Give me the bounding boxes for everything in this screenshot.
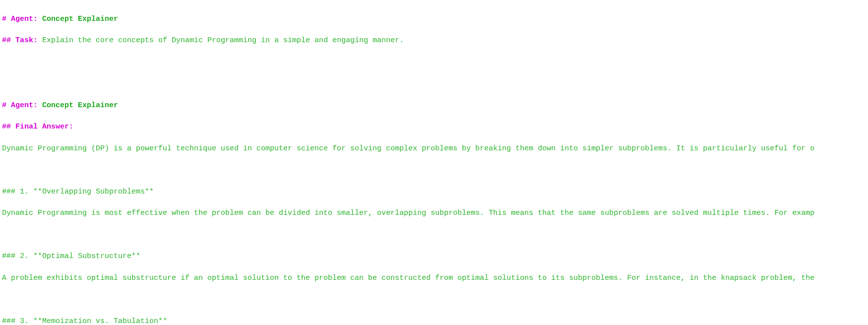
- final-answer-line: ## Final Answer:: [2, 122, 866, 132]
- agent-header-line-2: # Agent: Concept Explainer: [2, 100, 866, 111]
- section-heading-1: ### 1. **Overlapping Subproblems**: [2, 187, 866, 197]
- task-line: ## Task: Explain the core concepts of Dy…: [2, 35, 866, 46]
- task-text: Explain the core concepts of Dynamic Pro…: [38, 36, 404, 45]
- blank-line: [2, 165, 866, 176]
- terminal-output: # Agent: Concept Explainer ## Task: Expl…: [0, 0, 868, 325]
- section-heading-3: ### 3. **Memoization vs. Tabulation**: [2, 316, 866, 325]
- blank-line: [2, 294, 866, 305]
- section-paragraph-2: A problem exhibits optimal substructure …: [2, 273, 866, 284]
- agent-header-line-1: # Agent: Concept Explainer: [2, 14, 866, 25]
- hash2-marker: ##: [2, 36, 15, 45]
- final-answer-label: Final Answer:: [15, 123, 73, 131]
- agent-label: Agent:: [11, 101, 38, 110]
- section-heading-2: ### 2. **Optimal Substructure**: [2, 251, 866, 262]
- agent-label: Agent:: [11, 15, 38, 23]
- section-paragraph-1: Dynamic Programming is most effective wh…: [2, 208, 866, 219]
- blank-line: [2, 57, 866, 68]
- blank-line: [2, 78, 866, 89]
- hash-marker: #: [2, 15, 11, 23]
- task-label: Task:: [15, 36, 38, 45]
- hash2-marker: ##: [2, 123, 15, 131]
- agent-name: Concept Explainer: [38, 101, 118, 110]
- blank-line: [2, 230, 866, 241]
- intro-paragraph: Dynamic Programming (DP) is a powerful t…: [2, 143, 866, 154]
- agent-name: Concept Explainer: [38, 15, 118, 23]
- hash-marker: #: [2, 101, 11, 110]
